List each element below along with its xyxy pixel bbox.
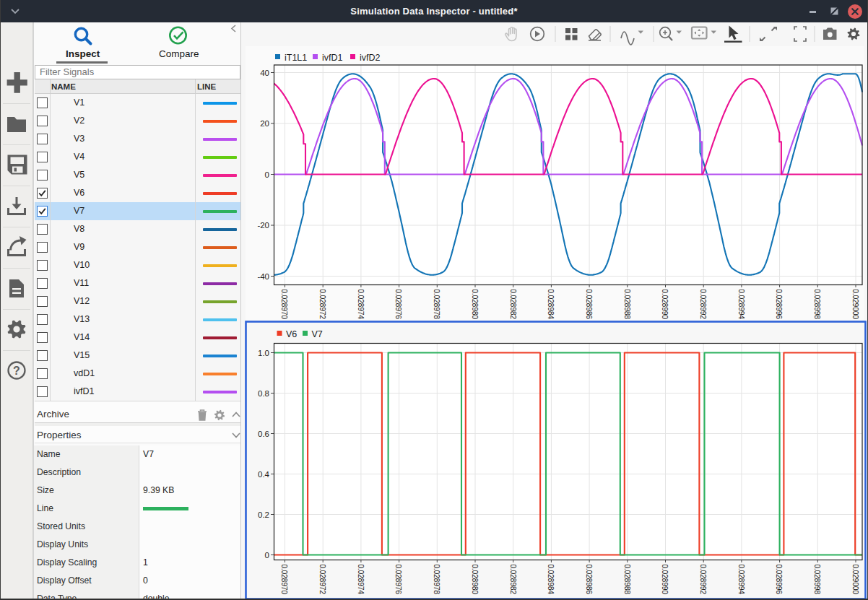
- svg-text:?: ?: [13, 365, 20, 377]
